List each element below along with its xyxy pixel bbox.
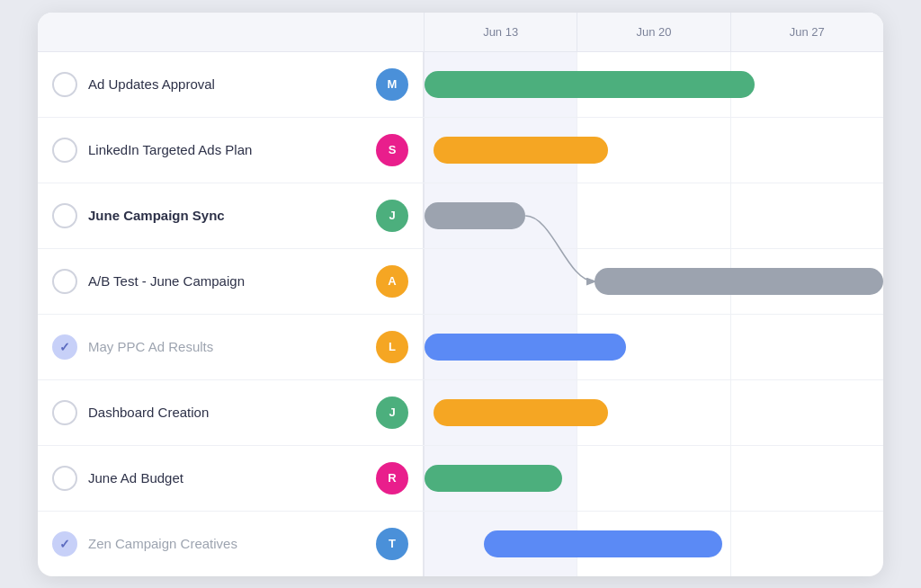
task-cell: A/B Test - June CampaignA bbox=[38, 249, 425, 314]
task-name: June Campaign Sync bbox=[88, 208, 365, 223]
date-bg-col bbox=[731, 512, 883, 576]
table-row: May PPC Ad ResultsL bbox=[38, 315, 883, 380]
task-checkbox[interactable] bbox=[52, 466, 77, 491]
date-bg-col bbox=[731, 446, 883, 511]
timeline-cell bbox=[425, 183, 883, 248]
task-cell: June Campaign SyncJ bbox=[38, 183, 425, 248]
date-col-1: Jun 13 bbox=[425, 13, 577, 51]
date-bg-col bbox=[731, 118, 883, 183]
task-cell: May PPC Ad ResultsL bbox=[38, 315, 425, 379]
timeline-cell bbox=[425, 380, 883, 445]
task-checkbox[interactable] bbox=[52, 334, 77, 360]
avatar: S bbox=[376, 134, 408, 166]
table-row: LinkedIn Targeted Ads PlanS bbox=[38, 118, 883, 183]
task-checkbox[interactable] bbox=[52, 72, 77, 97]
date-headers: Jun 13 Jun 20 Jun 27 bbox=[425, 13, 883, 51]
avatar: J bbox=[376, 200, 408, 232]
task-checkbox[interactable] bbox=[52, 138, 77, 163]
timeline-cell bbox=[425, 512, 883, 576]
gantt-bar[interactable] bbox=[425, 71, 755, 98]
avatar: M bbox=[376, 68, 408, 101]
gantt-bar[interactable] bbox=[484, 530, 722, 557]
task-name: Zen Campaign Creatives bbox=[88, 536, 365, 551]
table-row: June Ad BudgetR bbox=[38, 446, 883, 512]
gantt-bar[interactable] bbox=[434, 399, 608, 426]
gantt-bar[interactable] bbox=[425, 465, 562, 492]
gantt-body: Ad Updates ApprovalMLinkedIn Targeted Ad… bbox=[38, 52, 883, 576]
task-name: Dashboard Creation bbox=[88, 405, 365, 420]
table-row: Zen Campaign CreativesT bbox=[38, 512, 883, 576]
task-name: May PPC Ad Results bbox=[88, 339, 365, 354]
timeline-cell bbox=[425, 315, 883, 379]
avatar: J bbox=[376, 396, 408, 429]
date-bg-col bbox=[731, 315, 883, 379]
date-bg-col bbox=[577, 183, 730, 248]
date-bg-col bbox=[731, 380, 883, 445]
task-name: A/B Test - June Campaign bbox=[88, 273, 365, 289]
timeline-cell bbox=[425, 446, 883, 511]
timeline-cell bbox=[425, 52, 883, 117]
task-checkbox[interactable] bbox=[52, 203, 77, 228]
task-cell: Dashboard CreationJ bbox=[38, 380, 425, 445]
task-column-header bbox=[38, 13, 425, 51]
task-checkbox[interactable] bbox=[52, 400, 77, 425]
table-row: Ad Updates ApprovalM bbox=[38, 52, 883, 118]
task-cell: Zen Campaign CreativesT bbox=[38, 512, 425, 576]
task-cell: June Ad BudgetR bbox=[38, 446, 425, 511]
task-cell: LinkedIn Targeted Ads PlanS bbox=[38, 118, 425, 183]
gantt-header: Jun 13 Jun 20 Jun 27 bbox=[38, 13, 883, 52]
avatar: L bbox=[376, 331, 408, 363]
date-col-3: Jun 27 bbox=[731, 13, 883, 51]
task-cell: Ad Updates ApprovalM bbox=[38, 52, 425, 117]
table-row: Dashboard CreationJ bbox=[38, 380, 883, 446]
timeline-cell bbox=[425, 118, 883, 183]
timeline-cell bbox=[425, 249, 883, 314]
task-name: June Ad Budget bbox=[88, 470, 365, 486]
avatar: A bbox=[376, 265, 408, 298]
gantt-bar[interactable] bbox=[595, 268, 883, 295]
avatar: T bbox=[376, 528, 408, 560]
task-name: Ad Updates Approval bbox=[88, 76, 365, 92]
date-bg-col bbox=[577, 446, 730, 511]
table-row: June Campaign SyncJ bbox=[38, 183, 883, 249]
avatar: R bbox=[376, 462, 408, 494]
date-bg-col bbox=[425, 249, 577, 314]
task-name: LinkedIn Targeted Ads Plan bbox=[88, 142, 365, 157]
task-checkbox[interactable] bbox=[52, 531, 77, 557]
gantt-bar[interactable] bbox=[425, 334, 626, 361]
date-bg-col bbox=[731, 183, 883, 248]
task-checkbox[interactable] bbox=[52, 269, 77, 294]
gantt-bar[interactable] bbox=[434, 137, 608, 164]
gantt-chart-card: Jun 13 Jun 20 Jun 27 Ad Updates Approval… bbox=[38, 13, 883, 576]
date-col-2: Jun 20 bbox=[577, 13, 730, 51]
gantt-bar[interactable] bbox=[425, 202, 525, 229]
table-row: A/B Test - June CampaignA bbox=[38, 249, 883, 315]
